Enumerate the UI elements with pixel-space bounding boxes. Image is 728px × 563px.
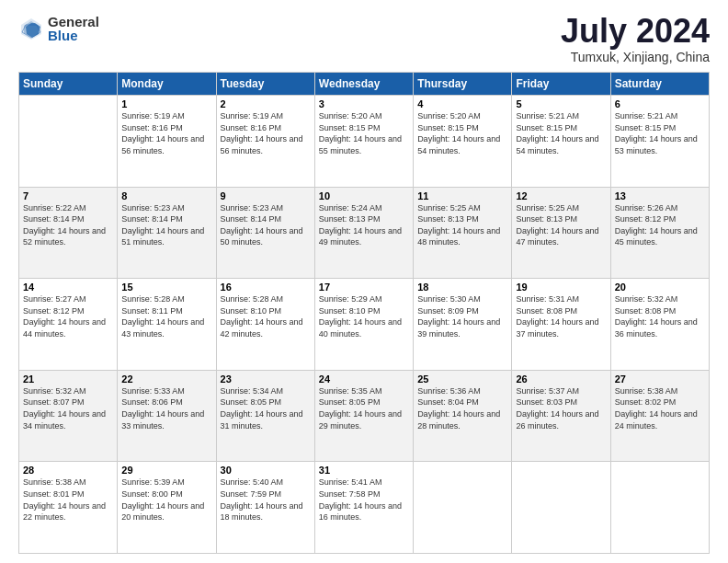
day-info: Sunrise: 5:32 AMSunset: 8:07 PMDaylight:…	[23, 386, 106, 431]
day-info: Sunrise: 5:21 AMSunset: 8:15 PMDaylight:…	[516, 111, 598, 155]
day-cell: 15 Sunrise: 5:28 AMSunset: 8:11 PMDaylig…	[118, 279, 216, 371]
day-cell: 14 Sunrise: 5:27 AMSunset: 8:12 PMDaylig…	[19, 279, 118, 371]
weekday-header-row: Sunday Monday Tuesday Wednesday Thursday…	[19, 73, 710, 96]
day-info: Sunrise: 5:37 AMSunset: 8:03 PMDaylight:…	[516, 386, 598, 431]
day-info: Sunrise: 5:19 AMSunset: 8:16 PMDaylight:…	[121, 111, 204, 155]
day-cell: 8 Sunrise: 5:23 AMSunset: 8:14 PMDayligh…	[118, 187, 216, 279]
day-info: Sunrise: 5:40 AMSunset: 7:59 PMDaylight:…	[221, 477, 303, 522]
day-cell: 28 Sunrise: 5:38 AMSunset: 8:01 PMDaylig…	[19, 462, 118, 554]
day-info: Sunrise: 5:19 AMSunset: 8:16 PMDaylight:…	[221, 111, 303, 155]
day-info: Sunrise: 5:31 AMSunset: 8:08 PMDaylight:…	[516, 294, 598, 339]
day-info: Sunrise: 5:32 AMSunset: 8:08 PMDaylight:…	[615, 294, 698, 339]
day-cell: 9 Sunrise: 5:23 AMSunset: 8:14 PMDayligh…	[216, 187, 314, 279]
day-cell: 1 Sunrise: 5:19 AMSunset: 8:16 PMDayligh…	[118, 96, 216, 188]
day-info: Sunrise: 5:22 AMSunset: 8:14 PMDaylight:…	[23, 203, 106, 247]
day-info: Sunrise: 5:36 AMSunset: 8:04 PMDaylight:…	[417, 386, 500, 431]
day-info: Sunrise: 5:38 AMSunset: 8:01 PMDaylight:…	[23, 477, 106, 522]
day-info: Sunrise: 5:41 AMSunset: 7:58 PMDaylight:…	[319, 477, 402, 522]
day-number: 22	[121, 373, 211, 385]
day-info: Sunrise: 5:20 AMSunset: 8:15 PMDaylight:…	[319, 111, 402, 155]
day-cell: 4 Sunrise: 5:20 AMSunset: 8:15 PMDayligh…	[414, 96, 512, 188]
header-saturday: Saturday	[610, 73, 709, 96]
day-number: 13	[615, 190, 705, 201]
day-info: Sunrise: 5:21 AMSunset: 8:15 PMDaylight:…	[615, 111, 698, 155]
day-info: Sunrise: 5:28 AMSunset: 8:10 PMDaylight:…	[221, 294, 303, 339]
day-cell: 31 Sunrise: 5:41 AMSunset: 7:58 PMDaylig…	[314, 462, 413, 554]
week-row-3: 21 Sunrise: 5:32 AMSunset: 8:07 PMDaylig…	[19, 370, 710, 462]
header-wednesday: Wednesday	[314, 73, 413, 96]
logo-blue-text: Blue	[48, 29, 99, 42]
header-tuesday: Tuesday	[216, 73, 314, 96]
day-cell: 19 Sunrise: 5:31 AMSunset: 8:08 PMDaylig…	[512, 279, 610, 371]
day-number: 7	[23, 190, 113, 201]
logo-text: General Blue	[48, 15, 99, 42]
day-cell	[19, 96, 118, 188]
header: General Blue July 2024 Tumxuk, Xinjiang,…	[18, 15, 710, 64]
day-number: 10	[319, 190, 409, 201]
day-number: 1	[121, 98, 211, 109]
logo-icon	[18, 16, 44, 41]
day-number: 15	[121, 282, 211, 293]
day-info: Sunrise: 5:20 AMSunset: 8:15 PMDaylight:…	[417, 111, 500, 155]
day-number: 6	[615, 98, 705, 109]
day-cell: 20 Sunrise: 5:32 AMSunset: 8:08 PMDaylig…	[610, 279, 709, 371]
header-sunday: Sunday	[19, 73, 118, 96]
location: Tumxuk, Xinjiang, China	[561, 50, 710, 64]
day-number: 31	[319, 465, 409, 476]
day-cell: 18 Sunrise: 5:30 AMSunset: 8:09 PMDaylig…	[414, 279, 512, 371]
day-info: Sunrise: 5:28 AMSunset: 8:11 PMDaylight:…	[121, 294, 204, 339]
day-number: 21	[23, 373, 113, 385]
day-cell: 22 Sunrise: 5:33 AMSunset: 8:06 PMDaylig…	[118, 370, 216, 462]
day-info: Sunrise: 5:33 AMSunset: 8:06 PMDaylight:…	[121, 386, 204, 431]
day-number: 26	[516, 373, 606, 385]
day-cell: 24 Sunrise: 5:35 AMSunset: 8:05 PMDaylig…	[314, 370, 413, 462]
day-number: 20	[615, 282, 705, 293]
day-cell: 25 Sunrise: 5:36 AMSunset: 8:04 PMDaylig…	[414, 370, 512, 462]
day-number: 8	[121, 190, 211, 201]
day-info: Sunrise: 5:35 AMSunset: 8:05 PMDaylight:…	[319, 386, 402, 431]
day-info: Sunrise: 5:23 AMSunset: 8:14 PMDaylight:…	[221, 203, 303, 247]
day-cell: 10 Sunrise: 5:24 AMSunset: 8:13 PMDaylig…	[314, 187, 413, 279]
day-number: 25	[417, 373, 507, 385]
day-number: 30	[221, 465, 311, 476]
week-row-4: 28 Sunrise: 5:38 AMSunset: 8:01 PMDaylig…	[19, 462, 710, 554]
day-info: Sunrise: 5:25 AMSunset: 8:13 PMDaylight:…	[417, 203, 500, 247]
title-section: July 2024 Tumxuk, Xinjiang, China	[561, 15, 710, 64]
day-cell: 29 Sunrise: 5:39 AMSunset: 8:00 PMDaylig…	[118, 462, 216, 554]
day-cell: 13 Sunrise: 5:26 AMSunset: 8:12 PMDaylig…	[610, 187, 709, 279]
day-number: 11	[417, 190, 507, 201]
day-info: Sunrise: 5:24 AMSunset: 8:13 PMDaylight:…	[319, 203, 402, 247]
day-cell: 6 Sunrise: 5:21 AMSunset: 8:15 PMDayligh…	[610, 96, 709, 188]
day-number: 23	[221, 373, 311, 385]
day-number: 18	[417, 282, 507, 293]
day-info: Sunrise: 5:39 AMSunset: 8:00 PMDaylight:…	[121, 477, 204, 522]
day-number: 16	[221, 282, 311, 293]
logo: General Blue	[18, 15, 99, 42]
week-row-2: 14 Sunrise: 5:27 AMSunset: 8:12 PMDaylig…	[19, 279, 710, 371]
day-number: 14	[23, 282, 113, 293]
day-info: Sunrise: 5:25 AMSunset: 8:13 PMDaylight:…	[516, 203, 598, 247]
day-number: 17	[319, 282, 409, 293]
day-number: 19	[516, 282, 606, 293]
day-info: Sunrise: 5:27 AMSunset: 8:12 PMDaylight:…	[23, 294, 106, 339]
day-number: 5	[516, 98, 606, 109]
month-title: July 2024	[561, 15, 710, 48]
day-info: Sunrise: 5:38 AMSunset: 8:02 PMDaylight:…	[615, 386, 698, 431]
day-info: Sunrise: 5:26 AMSunset: 8:12 PMDaylight:…	[615, 203, 698, 247]
header-thursday: Thursday	[414, 73, 512, 96]
calendar-table: Sunday Monday Tuesday Wednesday Thursday…	[18, 72, 710, 554]
day-info: Sunrise: 5:34 AMSunset: 8:05 PMDaylight:…	[221, 386, 303, 431]
day-cell: 2 Sunrise: 5:19 AMSunset: 8:16 PMDayligh…	[216, 96, 314, 188]
day-number: 12	[516, 190, 606, 201]
day-number: 4	[417, 98, 507, 109]
day-number: 24	[319, 373, 409, 385]
day-cell	[512, 462, 610, 554]
day-cell: 12 Sunrise: 5:25 AMSunset: 8:13 PMDaylig…	[512, 187, 610, 279]
day-cell: 26 Sunrise: 5:37 AMSunset: 8:03 PMDaylig…	[512, 370, 610, 462]
day-cell: 30 Sunrise: 5:40 AMSunset: 7:59 PMDaylig…	[216, 462, 314, 554]
day-number: 28	[23, 465, 113, 476]
header-friday: Friday	[512, 73, 610, 96]
day-cell: 16 Sunrise: 5:28 AMSunset: 8:10 PMDaylig…	[216, 279, 314, 371]
week-row-1: 7 Sunrise: 5:22 AMSunset: 8:14 PMDayligh…	[19, 187, 710, 279]
logo-general-text: General	[48, 15, 99, 29]
